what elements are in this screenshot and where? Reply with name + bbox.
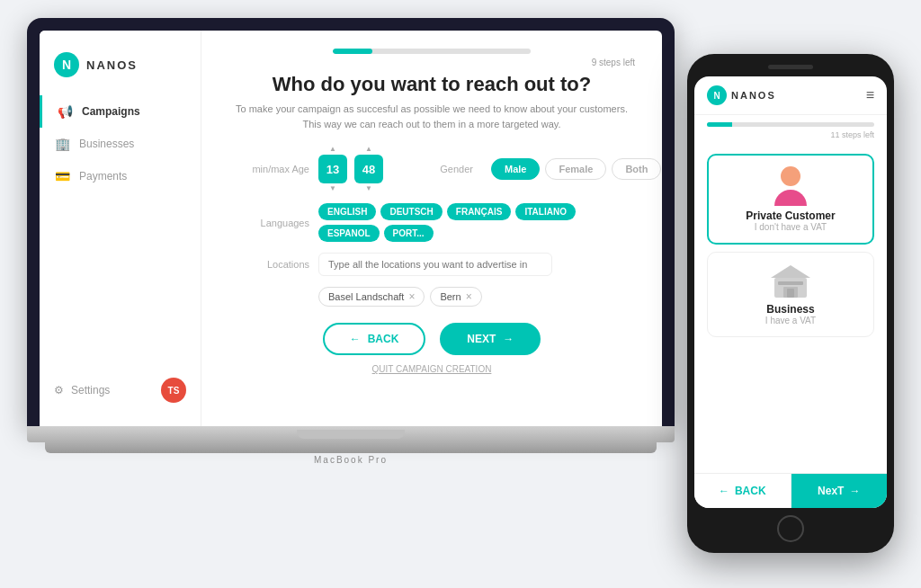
phone-logo: N NANOS bbox=[707, 85, 776, 105]
location-tags: Basel Landschaft × Bern × bbox=[318, 287, 635, 307]
payments-icon: 💳 bbox=[54, 169, 70, 183]
back-arrow-icon: ← bbox=[350, 333, 361, 345]
phone-outer: N NANOS ≡ 11 steps left bbox=[687, 54, 894, 553]
private-customer-card[interactable]: Private Customer I don't have a VAT bbox=[707, 154, 874, 245]
sidebar-nav: 📢 Campaigns 🏢 Businesses 💳 Payments bbox=[40, 95, 201, 369]
progress-wrapper: 9 steps left bbox=[228, 49, 635, 67]
settings-nav-item[interactable]: ⚙ Settings bbox=[54, 384, 110, 396]
languages-row: Languages ENGLISH DEUTSCH FRANÇAIS ITALI… bbox=[228, 203, 635, 242]
phone-footer: ← BACK NexT → bbox=[694, 473, 887, 508]
age-min-up-arrow[interactable]: ▲ bbox=[329, 146, 336, 153]
location-tag-bern-remove[interactable]: × bbox=[466, 290, 472, 303]
age-min-down-arrow[interactable]: ▼ bbox=[329, 185, 336, 192]
svg-rect-1 bbox=[778, 281, 803, 285]
sidebar-payments-label: Payments bbox=[79, 170, 127, 183]
business-card[interactable]: Business I have a VAT bbox=[707, 252, 874, 337]
phone-logo-icon: N bbox=[707, 85, 727, 105]
progress-track bbox=[333, 49, 531, 54]
sidebar-item-campaigns[interactable]: 📢 Campaigns bbox=[40, 95, 201, 128]
settings-icon: ⚙ bbox=[54, 384, 64, 396]
lang-english-btn[interactable]: ENGLISH bbox=[318, 203, 376, 220]
lang-francais-btn[interactable]: FRANÇAIS bbox=[447, 203, 512, 220]
private-customer-title: Private Customer bbox=[746, 209, 835, 222]
age-label: min/max Age bbox=[228, 164, 309, 174]
gender-buttons: Male Female Both bbox=[491, 158, 661, 180]
phone-cards: Private Customer I don't have a VAT Busi… bbox=[694, 147, 887, 473]
laptop-screen-border: N NANOS 📢 Campaigns 🏢 Businesses 💳 Payme… bbox=[27, 18, 675, 426]
sidebar-bottom: ⚙ Settings TS bbox=[40, 369, 201, 412]
businesses-icon: 🏢 bbox=[54, 137, 70, 151]
location-tag-bern: Bern × bbox=[430, 287, 481, 307]
sidebar-item-payments[interactable]: 💳 Payments bbox=[40, 160, 201, 192]
age-row: min/max Age ▲ 13 ▼ ▲ 48 ▼ Gender bbox=[228, 146, 635, 192]
phone-screen: N NANOS ≡ 11 steps left bbox=[694, 76, 887, 508]
age-control: ▲ 13 ▼ ▲ 48 ▼ bbox=[318, 146, 383, 192]
location-tag-basel-label: Basel Landschaft bbox=[328, 291, 404, 302]
hamburger-menu-icon[interactable]: ≡ bbox=[866, 87, 874, 103]
back-button[interactable]: ← BACK bbox=[323, 323, 426, 355]
phone-device: N NANOS ≡ 11 steps left bbox=[687, 54, 894, 553]
sidebar: N NANOS 📢 Campaigns 🏢 Businesses 💳 Payme… bbox=[40, 31, 201, 426]
page-subtitle: To make your campaign as succesful as po… bbox=[228, 102, 635, 131]
person-body bbox=[774, 190, 807, 206]
phone-home-button[interactable] bbox=[777, 515, 804, 542]
next-label: NEXT bbox=[467, 333, 496, 345]
phone-steps-left: 11 steps left bbox=[830, 130, 874, 139]
phone-progress-track bbox=[707, 122, 874, 127]
lang-deutsch-btn[interactable]: DEUTSCH bbox=[380, 203, 442, 220]
laptop-device: N NANOS 📢 Campaigns 🏢 Businesses 💳 Payme… bbox=[27, 18, 675, 465]
logo-text: NANOS bbox=[86, 58, 138, 72]
age-max-spinner[interactable]: ▲ 48 ▼ bbox=[354, 146, 383, 192]
campaigns-icon: 📢 bbox=[57, 104, 73, 119]
private-customer-subtitle: I don't have a VAT bbox=[755, 222, 827, 232]
phone-logo-text: NANOS bbox=[731, 90, 776, 101]
age-max-up-arrow[interactable]: ▲ bbox=[365, 146, 372, 153]
business-card-title: Business bbox=[766, 303, 814, 316]
action-buttons: ← BACK NEXT → bbox=[228, 323, 635, 355]
gender-both-btn[interactable]: Both bbox=[612, 158, 661, 180]
back-label: BACK bbox=[368, 333, 399, 345]
phone-header: N NANOS ≡ bbox=[694, 76, 887, 115]
next-button[interactable]: NEXT → bbox=[440, 323, 541, 355]
languages-label: Languages bbox=[228, 218, 309, 228]
lang-espanol-btn[interactable]: ESPANOL bbox=[318, 225, 380, 242]
locations-input[interactable] bbox=[318, 253, 552, 276]
phone-speaker bbox=[768, 65, 813, 69]
svg-marker-3 bbox=[771, 265, 810, 278]
logo-icon: N bbox=[54, 52, 79, 77]
language-buttons: ENGLISH DEUTSCH FRANÇAIS ITALIANO ESPANO… bbox=[318, 203, 635, 242]
phone-progress-area: 11 steps left bbox=[694, 115, 887, 147]
location-tag-basel: Basel Landschaft × bbox=[318, 287, 425, 307]
user-avatar[interactable]: TS bbox=[161, 378, 186, 403]
age-max-down-arrow[interactable]: ▼ bbox=[365, 185, 372, 192]
steps-left: 9 steps left bbox=[592, 58, 635, 67]
sidebar-item-businesses[interactable]: 🏢 Businesses bbox=[40, 128, 201, 160]
phone-next-arrow-icon: → bbox=[849, 485, 860, 497]
phone-next-button[interactable]: NexT → bbox=[791, 474, 888, 508]
quit-campaign-link[interactable]: QUIT CAMPAIGN CREATION bbox=[228, 364, 635, 374]
next-arrow-icon: → bbox=[503, 333, 514, 345]
gender-label: Gender bbox=[392, 164, 473, 174]
page-title: Who do you want to reach out to? bbox=[228, 73, 635, 96]
settings-label: Settings bbox=[71, 384, 110, 396]
locations-row: Locations bbox=[228, 253, 635, 276]
location-tag-basel-remove[interactable]: × bbox=[408, 290, 415, 303]
gender-male-btn[interactable]: Male bbox=[491, 158, 540, 180]
phone-back-arrow-icon: ← bbox=[719, 485, 729, 497]
main-content: 9 steps left Who do you want to reach ou… bbox=[201, 31, 662, 426]
lang-port-btn[interactable]: PORT... bbox=[384, 225, 434, 242]
laptop-foot bbox=[45, 442, 657, 453]
shop-icon bbox=[771, 263, 810, 299]
lang-italiano-btn[interactable]: ITALIANO bbox=[515, 203, 575, 220]
sidebar-businesses-label: Businesses bbox=[79, 138, 134, 150]
person-head bbox=[781, 166, 800, 186]
gender-female-btn[interactable]: Female bbox=[545, 158, 606, 180]
svg-rect-4 bbox=[787, 289, 794, 298]
location-tag-bern-label: Bern bbox=[440, 291, 460, 302]
sidebar-logo: N NANOS bbox=[40, 45, 201, 95]
age-min-spinner[interactable]: ▲ 13 ▼ bbox=[318, 146, 347, 192]
phone-back-button[interactable]: ← BACK bbox=[694, 474, 791, 508]
laptop-notch bbox=[297, 430, 405, 439]
laptop-brand-label: MacBook Pro bbox=[27, 455, 675, 465]
age-min-value: 13 bbox=[318, 155, 347, 183]
